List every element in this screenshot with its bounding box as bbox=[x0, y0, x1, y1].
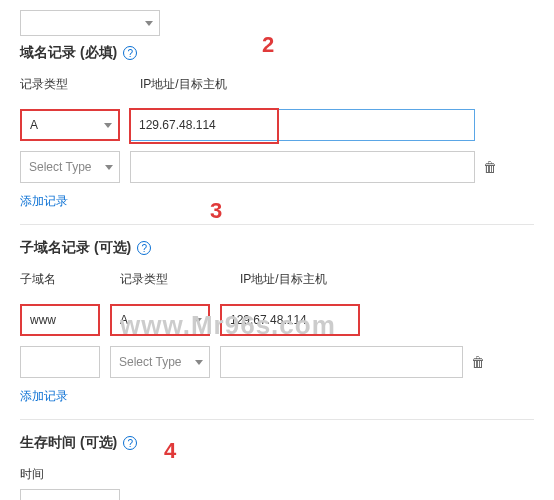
trash-icon[interactable]: 🗑 bbox=[471, 354, 485, 370]
label-record-type: 记录类型 bbox=[20, 76, 130, 93]
section-domain-records-label: 域名记录 (必填) bbox=[20, 44, 117, 62]
help-icon[interactable]: ? bbox=[123, 436, 137, 450]
ip-input[interactable]: 129.67.48.114 bbox=[130, 109, 475, 141]
annotation-number: 4 bbox=[164, 438, 176, 464]
record-type-select[interactable]: Select Type bbox=[20, 151, 120, 183]
annotation-number: 2 bbox=[262, 32, 274, 58]
chevron-down-icon bbox=[104, 123, 112, 128]
ttl-select[interactable]: Select bbox=[20, 489, 120, 500]
subdomain-record-row: www A 129.67.48.114 bbox=[20, 304, 534, 336]
chevron-down-icon bbox=[194, 318, 202, 323]
ip-input-value: 129.67.48.114 bbox=[139, 118, 216, 132]
section-subdomain-title: 子域名记录 (可选) ? bbox=[20, 239, 534, 257]
section-subdomain-label: 子域名记录 (可选) bbox=[20, 239, 131, 257]
ip-input[interactable] bbox=[220, 346, 463, 378]
chevron-down-icon bbox=[105, 165, 113, 170]
domain-record-row: A 129.67.48.114 bbox=[20, 109, 534, 141]
subdomain-input-value: www bbox=[30, 313, 56, 327]
chevron-down-icon bbox=[195, 360, 203, 365]
chevron-down-icon bbox=[145, 21, 153, 26]
help-icon[interactable]: ? bbox=[137, 241, 151, 255]
label-ip-target: IP地址/目标主机 bbox=[240, 271, 327, 288]
subdomain-record-row: Select Type 🗑 bbox=[20, 346, 534, 378]
section-domain-records-title: 域名记录 (必填) ? bbox=[20, 44, 534, 62]
add-record-link[interactable]: 添加记录 bbox=[20, 388, 534, 405]
record-type-select[interactable]: A bbox=[110, 304, 210, 336]
ip-input[interactable] bbox=[130, 151, 475, 183]
ip-input[interactable]: 129.67.48.114 bbox=[220, 304, 360, 336]
divider bbox=[20, 224, 534, 225]
record-type-value: Select Type bbox=[119, 355, 181, 369]
top-select[interactable] bbox=[20, 10, 160, 36]
record-type-select[interactable]: Select Type bbox=[110, 346, 210, 378]
record-type-value: A bbox=[120, 313, 128, 327]
section-ttl-label: 生存时间 (可选) bbox=[20, 434, 117, 452]
label-subdomain: 子域名 bbox=[20, 271, 110, 288]
subdomain-input[interactable] bbox=[20, 346, 100, 378]
label-record-type: 记录类型 bbox=[120, 271, 230, 288]
help-icon[interactable]: ? bbox=[123, 46, 137, 60]
label-time: 时间 bbox=[20, 466, 534, 483]
subdomain-input[interactable]: www bbox=[20, 304, 100, 336]
record-type-value: A bbox=[30, 118, 38, 132]
divider bbox=[20, 419, 534, 420]
add-record-link[interactable]: 添加记录 bbox=[20, 193, 534, 210]
ip-input-value: 129.67.48.114 bbox=[230, 313, 307, 327]
domain-record-row: Select Type 🗑 bbox=[20, 151, 534, 183]
record-type-select[interactable]: A bbox=[20, 109, 120, 141]
label-ip-target: IP地址/目标主机 bbox=[140, 76, 227, 93]
record-type-value: Select Type bbox=[29, 160, 91, 174]
section-ttl-title: 生存时间 (可选) ? bbox=[20, 434, 534, 452]
trash-icon[interactable]: 🗑 bbox=[483, 159, 497, 175]
annotation-number: 3 bbox=[210, 198, 222, 224]
